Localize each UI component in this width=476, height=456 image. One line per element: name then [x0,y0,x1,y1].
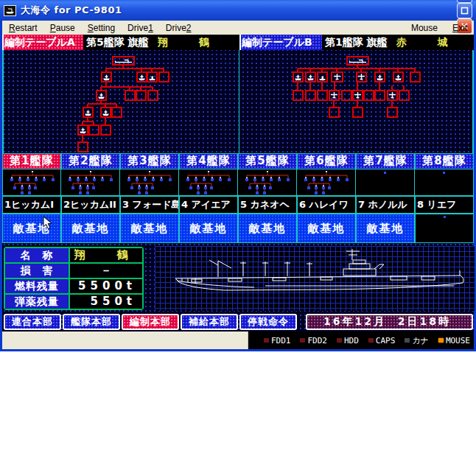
enemy-base-4[interactable]: 敵基地 [179,214,238,243]
game-time: 2日18時 [398,315,451,329]
info-value-damage: － [69,263,143,278]
info-value-name: 翔 鶴 [69,248,143,263]
mouse-led-icon [438,338,444,343]
menu-setting[interactable]: Setting [88,23,115,33]
fleet-minitree-row [2,169,474,196]
fleet-tab-4[interactable]: 第4艦隊 [179,153,238,169]
info-value-fuel: 5500t [69,278,143,294]
carrier-drawing [155,246,475,311]
fleet-minitree-6 [297,169,356,195]
fleet-tab-8[interactable]: 第8艦隊 [415,153,474,169]
ship-drawing-panel [155,246,475,311]
info-label-name: 名 称 [4,248,69,263]
window-title: 大海令 for PC-9801 [21,4,455,17]
base-honolulu[interactable]: 7 ホノルル [356,196,415,214]
base-rief[interactable]: 8 リエフ [415,196,474,214]
fleet-minitree-8 [415,169,474,195]
cmd-teisen-meirei[interactable]: 停戦命令 [239,314,297,330]
fleet-minitree-7 [356,169,415,195]
enemy-base-5[interactable]: 敵基地 [238,214,297,243]
game-datetime: 16年12月 2日18時 [306,314,473,330]
info-label-damage: 損 害 [4,263,69,278]
led-kana: カナ [405,335,429,346]
game-date: 16年12月 [323,315,386,329]
flagship-a-name: 翔 鶴 [158,36,220,48]
menu-restart[interactable]: Restart [9,23,38,33]
base-haleiwa[interactable]: 6 ハレイワ [297,196,356,214]
fleet-tab-3[interactable]: 第3艦隊 [120,153,179,169]
ship-info-row: 名 称翔 鶴 損 害－ 燃料残量5500t 弾薬残量550t [2,243,474,312]
cmd-hokyuu-honbu[interactable]: 補給本部 [181,314,238,330]
org-table-a-info: 第5艦隊 旗艦翔 鶴 [83,35,239,50]
pc98-screen: 編制テーブルA 第5艦隊 旗艦翔 鶴 編制テーブルB 第1艦隊 旗艦赤 城 [2,35,474,332]
enemy-base-1[interactable]: 敵基地 [2,214,61,243]
minimize-button[interactable] [457,0,472,3]
org-table-b-label: 編制テーブルB [239,35,322,50]
info-label-ammo: 弾薬残量 [4,294,69,309]
menu-pause[interactable]: Pause [50,23,75,33]
fleet-minitree-2 [61,169,120,195]
enemy-base-row: 敵基地 敵基地 敵基地 敵基地 敵基地 敵基地 敵基地 [2,214,474,243]
fleet-tab-2[interactable]: 第2艦隊 [61,153,120,169]
org-table-b-info: 第1艦隊 旗艦赤 城 [322,35,474,50]
led-caps: CAPS [368,336,396,345]
command-row: 連合本部 艦隊本部 編制本部 補給本部 停戦命令 16年12月 2日18時 [2,312,474,332]
fleet-tab-row: 第1艦隊 第2艦隊 第3艦隊 第4艦隊 第5艦隊 第6艦隊 第7艦隊 第8艦隊 [2,153,474,169]
fleet-minitree-4 [179,169,238,195]
cmd-hensei-honbu[interactable]: 編制本部 [122,314,179,330]
menu-exit[interactable]: Exit [452,23,467,33]
fleet-tab-7[interactable]: 第7艦隊 [356,153,415,169]
menu-drive2[interactable]: Drive2 [166,23,192,33]
status-row: FDD1 FDD2 HDD CAPS カナ MOUSE [2,332,474,349]
base-row: 1ヒッカムI 2ヒッカムII 3 フォード島 4 アイエア 5 カネオヘ 6 ハ… [2,196,474,214]
menu-bar: Restart Pause Setting Drive1 Drive2 Mous… [2,21,474,35]
fleet-minitree-5 [238,169,297,195]
org-table-a-label: 編制テーブルA [2,35,83,50]
fleet-minitree-3 [120,169,179,195]
app-window: 大海令 for PC-9801 Restart Pause Setting Dr… [0,0,476,351]
fdd1-led-icon [264,338,269,343]
hdd-led-icon [337,338,342,343]
status-led-bar: FDD1 FDD2 HDD CAPS カナ MOUSE [248,332,474,349]
menu-mouse[interactable]: Mouse [411,23,438,33]
led-fdd2: FDD2 [300,336,327,345]
enemy-base-2[interactable]: 敵基地 [61,214,120,243]
info-label-fuel: 燃料残量 [4,278,69,294]
fleet-minitree-1 [2,169,61,195]
base-aiea[interactable]: 4 アイエア [179,196,238,214]
led-hdd: HDD [337,336,359,345]
kana-led-icon [405,338,410,343]
base-hickam2[interactable]: 2ヒッカムII [61,196,120,214]
org-charts-row [2,50,474,153]
maximize-button[interactable] [457,3,472,18]
fdd2-led-icon [300,338,305,343]
menu-drive1[interactable]: Drive1 [127,23,153,33]
ship-info-table: 名 称翔 鶴 損 害－ 燃料残量5500t 弾薬残量550t [4,247,144,310]
led-fdd1: FDD1 [264,336,291,345]
org-header-row: 編制テーブルA 第5艦隊 旗艦翔 鶴 編制テーブルB 第1艦隊 旗艦赤 城 [2,35,474,50]
org-chart-b[interactable] [239,50,474,153]
caps-led-icon [368,338,374,343]
fleet-tab-6[interactable]: 第6艦隊 [297,153,356,169]
fleet-b-label: 第1艦隊 旗艦 [325,36,388,48]
org-chart-a[interactable] [2,50,239,153]
enemy-base-6[interactable]: 敵基地 [297,214,356,243]
base-kaneohe[interactable]: 5 カネオヘ [238,196,297,214]
title-bar[interactable]: 大海令 for PC-9801 [0,0,476,21]
fleet-tab-5[interactable]: 第5艦隊 [238,153,297,169]
flagship-b-name: 赤 城 [396,36,458,48]
cmd-rengou-honbu[interactable]: 連合本部 [4,314,61,330]
cmd-kantai-honbu[interactable]: 艦隊本部 [63,314,120,330]
enemy-base-3[interactable]: 敵基地 [120,214,179,243]
fleet-a-label: 第5艦隊 旗艦 [86,36,149,48]
info-value-ammo: 550t [69,294,143,309]
base-ford[interactable]: 3 フォード島 [120,196,179,214]
base-hickam1[interactable]: 1ヒッカムI [2,196,61,214]
status-left-area [2,332,248,349]
enemy-base-8-empty [415,214,474,243]
app-icon [4,5,16,16]
fleet-tab-1[interactable]: 第1艦隊 [2,153,61,169]
led-mouse: MOUSE [438,336,470,345]
enemy-base-7[interactable]: 敵基地 [356,214,415,243]
